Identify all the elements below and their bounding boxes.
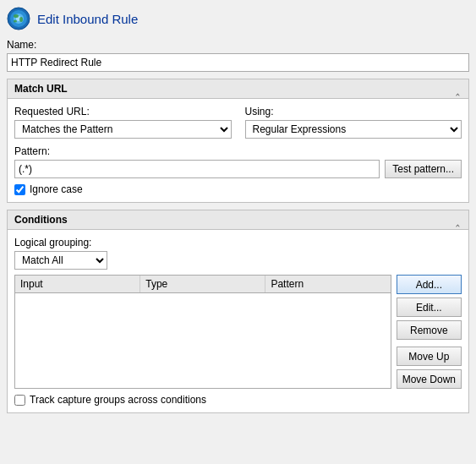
requested-url-col: Requested URL: Matches the Pattern Does …	[14, 106, 232, 139]
conditions-collapse-btn[interactable]: ‸	[454, 214, 462, 226]
name-input[interactable]	[7, 53, 469, 72]
match-url-top-row: Requested URL: Matches the Pattern Does …	[14, 106, 462, 139]
conditions-main: Input Type Pattern Add... Edit...	[14, 275, 462, 389]
page-title: Edit Inbound Rule	[37, 12, 138, 26]
conditions-content: Logical grouping: Match All Match Any In…	[8, 230, 468, 412]
page-container: Edit Inbound Rule Name: Match URL ‸ Requ…	[0, 0, 476, 427]
ignore-case-checkbox[interactable]	[14, 184, 25, 195]
table-header: Input Type Pattern	[15, 276, 391, 293]
conditions-table: Input Type Pattern	[14, 275, 391, 389]
logical-grouping-row: Logical grouping: Match All Match Any	[14, 237, 462, 270]
match-url-title: Match URL	[14, 83, 68, 95]
match-url-section: Match URL ‸ Requested URL: Matches the P…	[7, 79, 469, 203]
col-type: Type	[140, 276, 265, 292]
requested-url-label: Requested URL:	[14, 106, 232, 117]
conditions-header: Conditions ‸	[8, 210, 468, 230]
conditions-buttons: Add... Edit... Remove Move Up Move Down	[397, 275, 462, 389]
requested-url-select[interactable]: Matches the Pattern Does Not Match the P…	[14, 120, 232, 139]
ignore-case-label: Ignore case	[30, 183, 83, 195]
logical-grouping-label: Logical grouping:	[14, 237, 462, 248]
match-url-collapse-btn[interactable]: ‸	[454, 83, 462, 95]
rule-icon	[7, 7, 30, 30]
add-condition-btn[interactable]: Add...	[397, 275, 462, 294]
remove-condition-btn[interactable]: Remove	[397, 320, 462, 340]
track-capture-label: Track capture groups across conditions	[30, 394, 206, 406]
svg-point-5	[19, 17, 23, 22]
pattern-input[interactable]	[14, 160, 380, 178]
move-down-btn[interactable]: Move Down	[397, 369, 462, 389]
move-up-btn[interactable]: Move Up	[397, 347, 462, 366]
pattern-label: Pattern:	[14, 145, 462, 157]
col-input: Input	[15, 276, 140, 292]
svg-point-4	[14, 14, 19, 18]
edit-condition-btn[interactable]: Edit...	[397, 298, 462, 317]
logical-grouping-select[interactable]: Match All Match Any	[14, 251, 107, 270]
test-pattern-btn[interactable]: Test pattern...	[385, 160, 462, 178]
table-body	[15, 293, 391, 369]
name-section: Name:	[7, 39, 469, 72]
col-pattern: Pattern	[265, 276, 390, 292]
ignore-case-row: Ignore case	[14, 183, 462, 195]
pattern-row: Test pattern...	[14, 160, 462, 178]
match-url-header: Match URL ‸	[8, 79, 468, 99]
match-url-content: Requested URL: Matches the Pattern Does …	[8, 99, 468, 202]
track-capture-checkbox[interactable]	[14, 395, 25, 406]
conditions-title: Conditions	[14, 214, 68, 226]
name-label: Name:	[7, 39, 469, 51]
using-label: Using:	[245, 106, 462, 117]
track-capture-row: Track capture groups across conditions	[14, 394, 462, 406]
page-header: Edit Inbound Rule	[7, 7, 469, 30]
using-select[interactable]: Regular Expressions Wildcards Exact Matc…	[245, 120, 462, 139]
using-col: Using: Regular Expressions Wildcards Exa…	[245, 106, 462, 139]
svg-point-6	[14, 20, 17, 23]
conditions-section: Conditions ‸ Logical grouping: Match All…	[7, 210, 469, 413]
